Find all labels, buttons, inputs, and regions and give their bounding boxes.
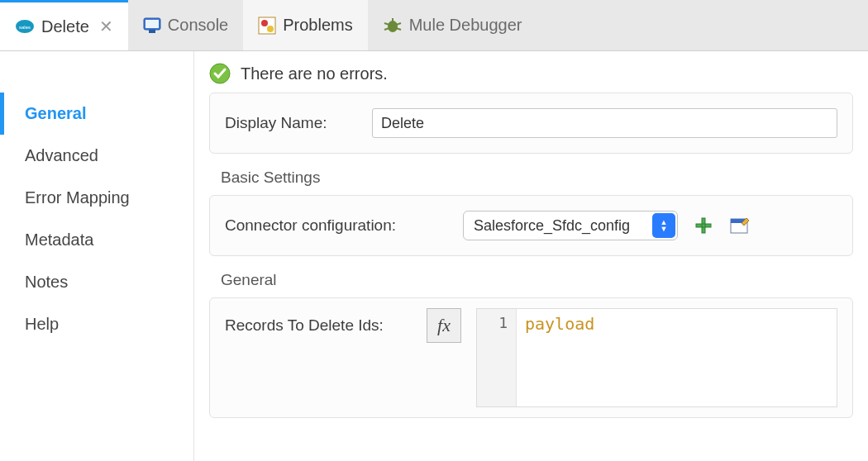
bug-icon [383, 17, 403, 35]
fx-label: fx [437, 315, 451, 336]
display-name-input[interactable] [372, 108, 837, 138]
general-panel: Records To Delete Ids: fx 1 payload [209, 297, 853, 418]
code-gutter: 1 [477, 309, 517, 406]
select-arrows-icon: ▲▼ [652, 213, 675, 238]
sidebar-item-label: Notes [25, 273, 68, 291]
status-message: There are no errors. [241, 64, 388, 83]
records-to-delete-label: Records To Delete Ids: [225, 316, 415, 335]
close-icon[interactable]: ✕ [96, 17, 113, 36]
svg-rect-5 [259, 17, 275, 34]
editor-tabbar: sales Delete ✕ Console Problems Mule Deb… [0, 0, 868, 51]
sidebar-item-label: Error Mapping [25, 188, 130, 207]
properties-main: There are no errors. Display Name: Basic… [194, 51, 868, 461]
properties-sidebar: General Advanced Error Mapping Metadata … [0, 51, 194, 461]
console-icon [143, 17, 161, 34]
tab-mule-debugger[interactable]: Mule Debugger [368, 0, 537, 50]
svg-point-6 [261, 20, 268, 26]
line-number: 1 [498, 314, 508, 331]
sidebar-item-help[interactable]: Help [0, 303, 193, 345]
tab-console[interactable]: Console [128, 0, 243, 50]
expression-editor[interactable]: 1 payload [476, 308, 837, 407]
svg-point-8 [388, 21, 398, 32]
code-content[interactable]: payload [517, 309, 837, 406]
sidebar-item-label: Advanced [25, 146, 98, 164]
tab-label: Problems [283, 16, 352, 35]
basic-settings-panel: Connector configuration: Salesforce_Sfdc… [209, 195, 853, 256]
salesforce-icon: sales [15, 19, 35, 34]
tab-delete[interactable]: sales Delete ✕ [0, 0, 128, 50]
tab-problems[interactable]: Problems [243, 0, 367, 50]
sidebar-item-label: Help [25, 315, 59, 333]
svg-rect-4 [149, 30, 155, 33]
svg-text:sales: sales [19, 25, 31, 30]
success-icon [209, 63, 231, 84]
sidebar-item-label: Metadata [25, 230, 93, 249]
display-name-label: Display Name: [225, 114, 357, 132]
tab-label: Mule Debugger [409, 16, 522, 35]
add-config-button[interactable] [693, 215, 714, 236]
svg-point-7 [267, 26, 274, 32]
sidebar-item-notes[interactable]: Notes [0, 261, 193, 303]
edit-config-button[interactable] [729, 215, 751, 236]
sidebar-item-advanced[interactable]: Advanced [0, 135, 193, 177]
fx-expression-button[interactable]: fx [427, 308, 461, 343]
sidebar-item-error-mapping[interactable]: Error Mapping [0, 177, 193, 219]
display-name-panel: Display Name: [209, 93, 853, 154]
connector-config-label: Connector configuration: [225, 216, 448, 235]
tab-label: Console [168, 16, 228, 35]
sidebar-item-general[interactable]: General [0, 93, 193, 135]
select-value: Salesforce_Sfdc_config [474, 217, 630, 235]
sidebar-item-label: General [25, 104, 86, 122]
basic-settings-title: Basic Settings [221, 169, 853, 187]
svg-rect-16 [696, 224, 711, 227]
problems-icon [258, 17, 276, 35]
connector-config-select[interactable]: Salesforce_Sfdc_config ▲▼ [463, 211, 678, 240]
sidebar-item-metadata[interactable]: Metadata [0, 219, 193, 261]
general-section-title: General [221, 271, 853, 289]
status-row: There are no errors. [209, 63, 853, 84]
svg-rect-3 [145, 20, 159, 28]
tab-label: Delete [41, 17, 89, 36]
